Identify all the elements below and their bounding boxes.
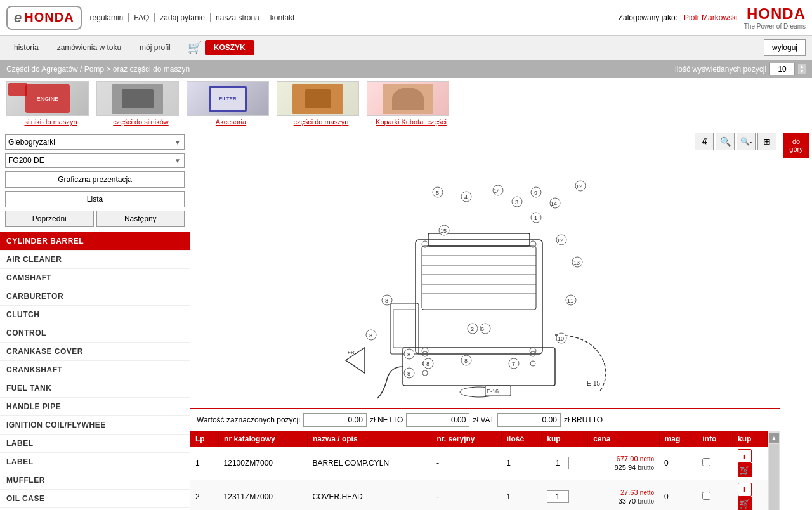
koszyk-button[interactable]: KOSZYK bbox=[205, 40, 254, 55]
cat-link-crankshaft[interactable]: CRANKSHAFT bbox=[0, 361, 190, 379]
info-button-0[interactable]: i bbox=[738, 449, 752, 463]
cat-label-silniki[interactable]: silniki do maszyn bbox=[6, 118, 95, 126]
cat-link-oil-case[interactable]: OIL CASE bbox=[0, 490, 190, 507]
nav-kontakt[interactable]: kontakt bbox=[265, 13, 300, 22]
svg-text:2: 2 bbox=[471, 326, 474, 332]
cell-nr-ser: - bbox=[431, 480, 501, 511]
sub-nav-zamowienia[interactable]: zamówienia w toku bbox=[49, 41, 129, 55]
cell-actions: i 🛒 bbox=[733, 480, 768, 511]
cat-link-crankcase-cover[interactable]: CRANKASE COVER bbox=[0, 343, 190, 360]
nav-faq[interactable]: FAQ bbox=[129, 13, 155, 22]
cat-link-cylinder-barrel[interactable]: CYLINDER BARREL bbox=[0, 232, 190, 250]
svg-text:8: 8 bbox=[407, 370, 410, 377]
cat-img-akcesoria[interactable]: FILTER bbox=[187, 81, 269, 116]
cat-label-czesci-maszyn[interactable]: części do maszyn bbox=[277, 118, 365, 126]
col-nr-kat: nr katalogowy bbox=[219, 431, 308, 447]
model-select-wrapper: Glebogryzarki bbox=[5, 134, 185, 150]
table-scrollbar[interactable]: ▲ ▼ bbox=[768, 431, 780, 510]
cart-button-1[interactable]: 🛒 bbox=[738, 497, 752, 510]
qty-input-1[interactable] bbox=[547, 490, 569, 503]
lista-button[interactable]: Lista bbox=[5, 191, 185, 207]
graficzna-button[interactable]: Graficzna prezentacja bbox=[5, 171, 185, 188]
cat-item-label1: LABEL bbox=[0, 435, 190, 453]
cat-img-kubota[interactable] bbox=[367, 81, 449, 116]
cat-label-kubota[interactable]: Koparki Kubota: części bbox=[367, 118, 455, 126]
cat-item-clutch: CLUTCH bbox=[0, 306, 190, 324]
svg-text:12: 12 bbox=[557, 237, 563, 244]
zoom-fit-button[interactable]: ⊞ bbox=[757, 133, 776, 150]
svg-rect-11 bbox=[393, 310, 416, 348]
user-name: Piotr Markowski bbox=[684, 13, 738, 22]
cat-link-label1[interactable]: LABEL bbox=[0, 435, 190, 452]
cart-button-0[interactable]: 🛒 bbox=[738, 463, 752, 477]
cat-item-fuel-tank: FUEL TANK bbox=[0, 379, 190, 398]
cell-ilosc: 1 bbox=[501, 447, 541, 480]
diagram-toolbar: 🖨 🔍 🔍- ⊞ bbox=[190, 129, 780, 154]
zoom-out-button[interactable]: 🔍- bbox=[737, 133, 756, 150]
cat-item-handle-pipe: HANDLE PIPE bbox=[0, 398, 190, 416]
zoom-in-button[interactable]: 🔍 bbox=[716, 133, 735, 150]
nav-nasza-strona[interactable]: nasza strona bbox=[211, 13, 265, 22]
print-button[interactable]: 🖨 bbox=[695, 133, 714, 150]
cat-link-ignition-coil[interactable]: IGNITION COIL/FLYWHEE bbox=[0, 416, 190, 434]
row-checkbox-1[interactable] bbox=[702, 492, 710, 500]
svg-text:1: 1 bbox=[534, 215, 537, 221]
cat-label-akcesoria[interactable]: Akcesoria bbox=[187, 118, 275, 126]
cat-img-czesci-maszyn[interactable] bbox=[277, 81, 359, 116]
cat-link-camshaft[interactable]: CAMSHAFT bbox=[0, 269, 190, 287]
sub-nav-moj-profil[interactable]: mój profil bbox=[132, 41, 178, 55]
cat-item-cylinder-barrel: CYLINDER BARREL bbox=[0, 232, 190, 251]
honda-brand-text: HONDA bbox=[744, 5, 806, 23]
cat-img-silniki[interactable]: ENGINE bbox=[6, 81, 89, 116]
cat-link-air-cleaner[interactable]: AIR CLEANER bbox=[0, 251, 190, 268]
netto-value-input[interactable] bbox=[303, 413, 367, 427]
nastepni-button[interactable]: Następny bbox=[96, 211, 185, 227]
honda-tagline: The Power of Dreams bbox=[744, 23, 806, 30]
cat-link-fuel-tank[interactable]: FUEL TANK bbox=[0, 379, 190, 397]
cat-label-czesci-silnikow[interactable]: części do silników bbox=[96, 118, 185, 126]
model-select[interactable]: Glebogryzarki bbox=[5, 134, 185, 150]
poprzedni-button[interactable]: Poprzedni bbox=[5, 211, 94, 227]
svg-rect-10 bbox=[390, 303, 419, 354]
table-wrapper: Lp nr katalogowy nazwa / opis nr. seryjn… bbox=[190, 431, 780, 510]
cat-link-handle-pipe[interactable]: HANDLE PIPE bbox=[0, 398, 190, 415]
svg-text:12: 12 bbox=[576, 183, 582, 190]
count-input[interactable] bbox=[769, 63, 795, 75]
brutto-value-input[interactable] bbox=[497, 413, 561, 427]
version-select[interactable]: FG200 DE bbox=[5, 153, 185, 168]
sub-nav-historia[interactable]: historia bbox=[6, 41, 46, 55]
cat-item-air-cleaner: AIR CLEANER bbox=[0, 251, 190, 269]
cat-item-muffler: MUFFLER bbox=[0, 471, 190, 490]
cat-link-control[interactable]: CONTROL bbox=[0, 324, 190, 342]
row-checkbox-0[interactable] bbox=[702, 458, 710, 466]
cat-link-clutch[interactable]: CLUTCH bbox=[0, 306, 190, 324]
logo-honda-text: HONDA bbox=[24, 10, 74, 25]
count-down-arrow[interactable]: ▼ bbox=[798, 69, 806, 74]
scroll-up-btn[interactable]: ▲ bbox=[769, 433, 779, 443]
cat-item-czesci-silnikow: części do silników bbox=[96, 81, 185, 126]
qty-input-0[interactable] bbox=[547, 457, 569, 469]
content-area: 🖨 🔍 🔍- ⊞ bbox=[190, 129, 780, 510]
cell-nr-kat: 12100ZM7000 bbox=[219, 447, 308, 480]
svg-text:5: 5 bbox=[436, 190, 439, 196]
svg-text:15: 15 bbox=[440, 228, 447, 234]
display-count-label: ilość wyświetlanych pozycji bbox=[675, 65, 766, 74]
info-button-1[interactable]: i bbox=[738, 483, 752, 497]
version-select-wrapper: FG200 DE bbox=[5, 153, 185, 168]
nav-regulamin[interactable]: regulamin bbox=[85, 13, 129, 22]
cat-item-crankshaft: CRANKSHAFT bbox=[0, 361, 190, 379]
cat-item-carburetor: CARBURETOR bbox=[0, 287, 190, 306]
cat-link-carburetor[interactable]: CARBURETOR bbox=[0, 287, 190, 305]
cat-img-czesci-silnikow[interactable] bbox=[96, 81, 179, 116]
col-kup: kup bbox=[542, 431, 588, 447]
cat-link-label2[interactable]: LABEL bbox=[0, 453, 190, 471]
category-images: ENGINE silniki do maszyn części do silni… bbox=[0, 78, 812, 129]
cat-link-muffler[interactable]: MUFFLER bbox=[0, 471, 190, 489]
vat-value-input[interactable] bbox=[406, 413, 469, 427]
diagram-area: 🖨 🔍 🔍- ⊞ bbox=[190, 129, 780, 408]
wyloguj-button[interactable]: wyloguj bbox=[764, 39, 806, 56]
nav-zadaj-pytanie[interactable]: zadaj pytanie bbox=[155, 13, 211, 22]
count-arrows[interactable]: ▲ ▼ bbox=[798, 64, 806, 74]
goto-top-button[interactable]: do góry bbox=[783, 133, 809, 158]
svg-point-21 bbox=[530, 361, 535, 366]
